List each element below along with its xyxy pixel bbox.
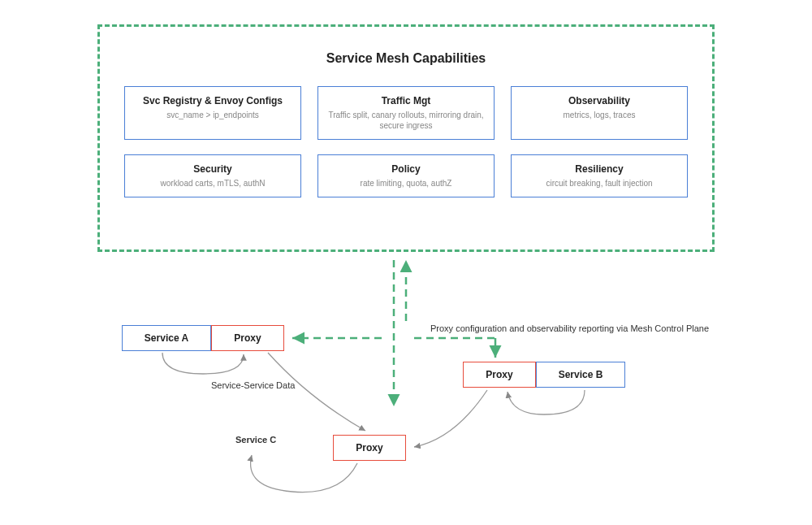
data-flow-label: Service-Service Data [211,380,295,390]
capability-subtitle: rate limiting, quota, authZ [325,178,487,189]
proxy-b-label: Proxy [486,369,512,380]
capability-card: Resiliency circuit breaking, fault injec… [511,154,688,197]
capability-subtitle: metrics, logs, traces [518,110,680,120]
service-c-label: Service C [235,435,276,445]
proxy-a-node: Proxy [211,325,284,351]
mesh-capabilities-box: Service Mesh Capabilities Svc Registry &… [97,24,715,252]
service-b-label: Service B [559,369,603,380]
mesh-title: Service Mesh Capabilities [100,51,712,66]
capability-title: Security [132,163,294,175]
capability-card: Policy rate limiting, quota, authZ [317,154,495,197]
capability-card: Observability metrics, logs, traces [511,86,688,140]
service-a-label: Service A [145,332,188,344]
capability-card: Security workload carts, mTLS, authN [124,154,301,197]
proxy-c-label: Proxy [356,442,382,453]
capability-title: Policy [325,163,487,175]
service-a-node: Service A [122,325,211,351]
capability-title: Resiliency [518,163,680,175]
capability-title: Traffic Mgt [325,95,487,106]
capability-subtitle: circuit breaking, fault injection [518,178,680,189]
proxy-a-label: Proxy [234,332,261,344]
proxy-c-node: Proxy [333,435,406,461]
capability-card: Traffic Mgt Traffic split, canary rollou… [317,86,495,140]
capability-card: Svc Registry & Envoy Configs svc_name > … [124,86,301,140]
proxy-b-node: Proxy [463,362,536,388]
capability-subtitle: Traffic split, canary rollouts, mirrorin… [325,110,487,131]
capability-subtitle: svc_name > ip_endpoints [132,110,294,120]
capability-subtitle: workload carts, mTLS, authN [132,178,294,189]
capability-grid: Svc Registry & Envoy Configs svc_name > … [100,86,712,197]
config-label: Proxy configuration and observability re… [430,323,731,333]
capability-title: Svc Registry & Envoy Configs [132,95,294,106]
service-b-node: Service B [536,362,625,388]
capability-title: Observability [518,95,680,106]
